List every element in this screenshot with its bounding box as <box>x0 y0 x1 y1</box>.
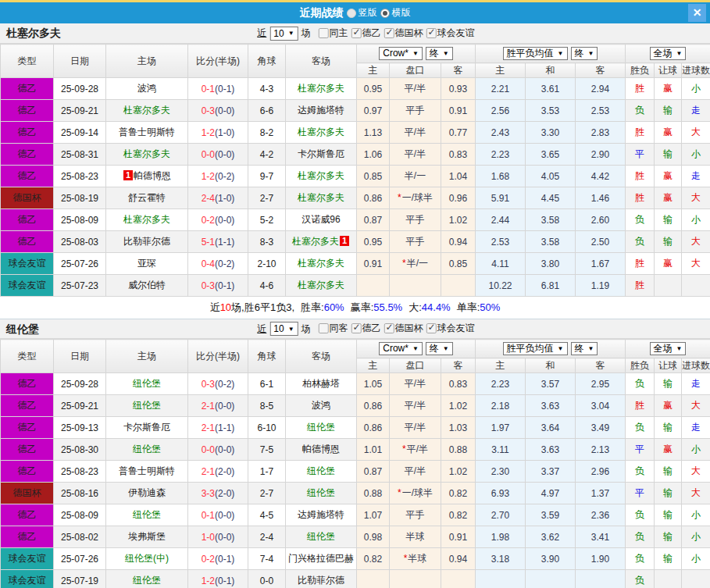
odds-stage-select[interactable]: 终 <box>426 47 453 60</box>
handicap-result-cell: 输 <box>655 417 682 439</box>
bookmaker-select[interactable]: Crow* <box>379 47 423 60</box>
checkbox-icon[interactable] <box>319 28 329 38</box>
col-corner: 角球 <box>248 340 286 373</box>
star-marker: * <box>404 553 408 564</box>
filter-item: 球会友谊 <box>426 322 475 335</box>
checkbox-icon[interactable] <box>319 323 329 333</box>
home-odds-cell: 1.05 <box>357 373 390 395</box>
mean-draw-cell: 3.61 <box>526 78 576 100</box>
away-team-cell: 杜塞尔多夫 <box>286 253 357 275</box>
goals-cell: 小 <box>682 78 710 100</box>
scope-group-header: 全场 <box>626 340 710 358</box>
checkbox-icon[interactable] <box>426 28 437 38</box>
layout-radio-horizontal[interactable]: 横版 <box>380 6 411 20</box>
full-score: 2-1 <box>202 466 215 477</box>
mean-type-select[interactable]: 胜平负均值 <box>503 47 568 60</box>
checkbox-icon[interactable] <box>351 323 362 333</box>
summary-record: 场,胜6平1负3, <box>231 301 294 313</box>
handicap-cell <box>390 570 441 588</box>
date-cell: 25-07-23 <box>54 275 106 297</box>
handicap-result-cell: 输 <box>655 548 682 570</box>
mean-type-select[interactable]: 胜平负均值 <box>503 342 568 355</box>
team2-filters: 近 10 场 同客德乙德国杯球会友谊 <box>257 322 474 336</box>
handicap-cell: *半球 <box>390 548 441 570</box>
checkbox-icon[interactable] <box>384 28 394 38</box>
mean-stage-select[interactable]: 终 <box>571 47 598 60</box>
scope-select[interactable]: 全场 <box>650 342 687 355</box>
scope-select[interactable]: 全场 <box>650 47 687 60</box>
away-team-name: 帕德博恩 <box>302 444 340 454</box>
full-score: 3-3 <box>202 488 215 499</box>
home-odds-cell: 0.87 <box>357 209 390 231</box>
odds-stage-value: 终 <box>430 47 439 60</box>
col-mean-away: 客 <box>576 358 626 373</box>
corners-cell: 5-2 <box>248 209 286 231</box>
mean-home-cell: 2.70 <box>476 504 526 526</box>
goals-cell: 小 <box>682 504 710 526</box>
games-count-select[interactable]: 10 <box>269 27 298 41</box>
score-cell: 0-1(0-0) <box>188 504 248 526</box>
corners-cell: 6-1 <box>248 373 286 395</box>
home-team-cell: 纽伦堡 <box>106 570 188 588</box>
stat-label: 大: <box>409 301 422 313</box>
odds-stage-value: 终 <box>430 342 439 355</box>
mean-draw-cell: 3.37 <box>526 461 576 483</box>
odds-stage-select[interactable]: 终 <box>426 342 453 355</box>
corners-cell: 2-7 <box>248 187 286 209</box>
near-link[interactable]: 近 <box>257 323 266 336</box>
goals-cell: 小 <box>682 548 710 570</box>
handicap-cell: 平手 <box>390 504 441 526</box>
away-team-name: 杜塞尔多夫 <box>298 83 344 94</box>
away-team-name: 杜塞尔多夫 <box>298 127 344 137</box>
match-type-badge: 德乙 <box>1 100 54 122</box>
home-team-cell: 波鸿 <box>106 78 188 100</box>
close-button[interactable]: ✕ <box>688 4 706 22</box>
match-row: 德乙25-08-09纽伦堡0-1(0-0)4-5达姆施塔特1.07平手0.822… <box>1 504 710 526</box>
date-cell: 25-08-16 <box>54 483 106 504</box>
date-cell: 25-09-21 <box>54 395 106 417</box>
result-cell: 胜 <box>626 395 655 417</box>
checkbox-icon[interactable] <box>351 28 362 38</box>
filter-list: 同客德乙德国杯球会友谊 <box>316 322 475 336</box>
result-cell: 平 <box>626 439 655 461</box>
date-cell: 25-08-23 <box>54 166 106 187</box>
games-count-select[interactable]: 10 <box>269 322 298 336</box>
goals-cell: 大 <box>682 231 710 253</box>
date-cell: 25-08-30 <box>54 439 106 461</box>
col-mean-draw: 和 <box>526 358 576 373</box>
goals-cell: 大 <box>682 395 710 417</box>
checkbox-icon[interactable] <box>426 323 437 333</box>
match-row: 德乙25-08-30纽伦堡0-0(0-0)7-5帕德博恩1.01*平/半0.88… <box>1 439 710 461</box>
home-odds-cell: 0.86 <box>357 417 390 439</box>
mean-home-cell: 6.93 <box>476 483 526 504</box>
col-score: 比分(半场) <box>188 340 248 373</box>
mean-draw-cell: 3.80 <box>526 253 576 275</box>
checkbox-icon[interactable] <box>384 323 394 333</box>
bookmaker-select[interactable]: Crow* <box>379 342 423 355</box>
handicap-cell: 平/半 <box>390 417 441 439</box>
layout-radio-vertical[interactable]: 竖版 <box>347 6 377 20</box>
handicap-result-cell: 赢 <box>655 395 682 417</box>
handicap-result-cell: 赢 <box>655 253 682 275</box>
score-cell: 1-2(0-1) <box>188 570 248 588</box>
filter-item: 德国杯 <box>384 27 423 40</box>
near-link[interactable]: 近 <box>257 27 266 40</box>
date-cell: 25-07-26 <box>54 253 106 275</box>
match-row: 德乙25-08-231帕德博恩1-2(0-2)9-7杜塞尔多夫0.85半/一1.… <box>1 166 710 187</box>
col-mean-draw: 和 <box>526 63 576 78</box>
goals-cell <box>682 570 710 588</box>
half-score: (0-2) <box>215 258 234 269</box>
home-odds-cell: 0.86 <box>357 187 390 209</box>
result-cell: 负 <box>626 231 655 253</box>
away-odds-cell: 1.03 <box>441 417 476 439</box>
mean-away-cell: 2.50 <box>576 231 626 253</box>
filter-item: 球会友谊 <box>426 27 475 40</box>
away-odds-cell: 0.82 <box>441 483 476 504</box>
team2-name: 纽伦堡 <box>6 323 39 337</box>
match-row: 德乙25-09-28纽伦堡0-3(0-2)6-1柏林赫塔1.05平/半0.832… <box>1 373 710 395</box>
mean-stage-select[interactable]: 终 <box>571 342 598 355</box>
goals-cell: 大 <box>682 187 710 209</box>
match-row: 德乙25-08-02埃弗斯堡1-0(0-0)2-4纽伦堡0.98半球0.911.… <box>1 526 710 548</box>
mean-draw-cell: 4.45 <box>526 187 576 209</box>
away-team-cell: 纽伦堡 <box>286 417 357 439</box>
